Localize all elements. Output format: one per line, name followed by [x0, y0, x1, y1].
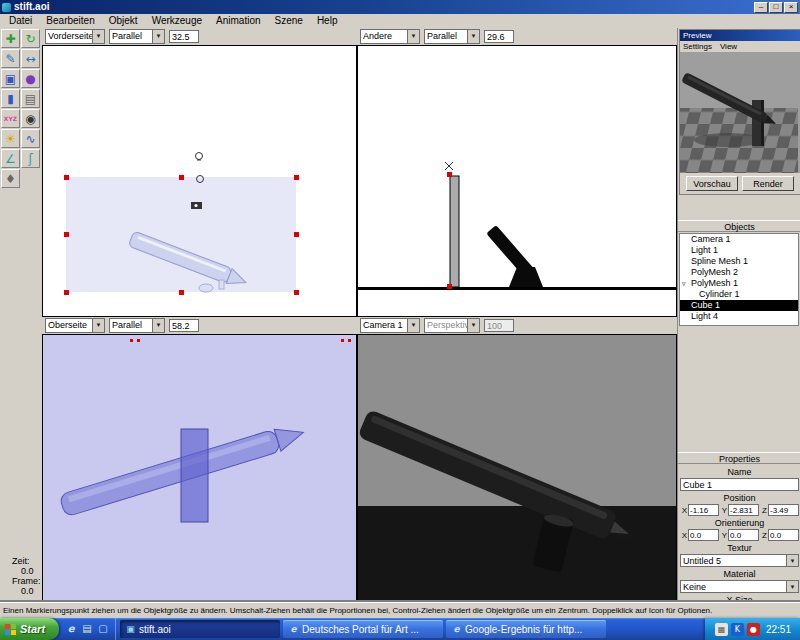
name-input[interactable]: [680, 478, 799, 491]
tray-app-icon-2[interactable]: K: [731, 623, 744, 636]
preview-menu-view[interactable]: View: [720, 41, 737, 52]
task-google-ergebnis[interactable]: e Google-Ergebnis für http...: [446, 620, 606, 638]
preview-titlebar[interactable]: Preview: [680, 30, 800, 41]
selection-box: [66, 177, 296, 292]
application-icon[interactable]: ▤: [80, 622, 94, 636]
chevron-down-icon[interactable]: ▼: [92, 30, 104, 43]
position-x-input[interactable]: [688, 504, 719, 516]
position-y-input[interactable]: [728, 504, 759, 516]
ground-line: [358, 287, 676, 290]
x-axis-label: X: [680, 531, 687, 540]
view-select-top-right[interactable]: Andere ▼: [360, 29, 420, 44]
orientation-z-input[interactable]: [768, 529, 799, 541]
chevron-down-icon[interactable]: ▼: [152, 319, 164, 332]
preview-buttons: Vorschau Render: [680, 173, 800, 194]
angle-tool[interactable]: ∠: [1, 149, 20, 168]
position-z-input[interactable]: [768, 504, 799, 516]
light-null-icon[interactable]: [196, 153, 203, 161]
task-stift-aoi[interactable]: ▣ stift.aoi: [120, 620, 280, 638]
chevron-down-icon[interactable]: ▼: [152, 30, 164, 43]
viewport-camera[interactable]: [357, 334, 677, 602]
create-camera-tool[interactable]: ◉: [21, 109, 40, 128]
sphere-object[interactable]: [199, 284, 213, 292]
projection-select-value: Parallel: [425, 30, 467, 43]
scale-tool[interactable]: ↔: [21, 49, 40, 68]
object-item-spline-mesh-1[interactable]: Spline Mesh 1: [680, 256, 798, 267]
orientation-x-input[interactable]: [688, 529, 719, 541]
cube-object-side[interactable]: [450, 176, 459, 287]
coordinate-axes-tool[interactable]: XYZ: [1, 109, 20, 128]
minimize-button[interactable]: –: [754, 2, 768, 13]
camera-null-icon[interactable]: [191, 202, 202, 209]
view-select-value: Andere: [361, 30, 407, 43]
create-cylinder-tool[interactable]: ▮: [1, 89, 20, 108]
internet-explorer-icon[interactable]: e: [64, 622, 78, 636]
menu-animation[interactable]: Animation: [209, 14, 267, 28]
material-select[interactable]: Keine ▼: [680, 580, 799, 593]
create-stack-tool[interactable]: ▤: [21, 89, 40, 108]
texture-select[interactable]: Untitled 5 ▼: [680, 554, 799, 567]
object-item-camera-1[interactable]: Camera 1: [680, 234, 798, 245]
cylinder-object-side[interactable]: [509, 267, 543, 287]
object-item-cube-1-selected[interactable]: Cube 1: [680, 300, 798, 311]
menu-szene[interactable]: Szene: [268, 14, 310, 28]
edit-points-tool[interactable]: ✎: [1, 49, 20, 68]
chevron-down-icon[interactable]: ▼: [786, 555, 798, 566]
scale-input-top-right[interactable]: [484, 30, 514, 43]
object-item-cylinder-1[interactable]: Cylinder 1: [680, 289, 798, 300]
chevron-down-icon[interactable]: ▼: [467, 30, 479, 43]
view-select-bottom-right[interactable]: Camera 1 ▼: [360, 318, 420, 333]
menu-help[interactable]: Help: [310, 14, 345, 28]
create-cube-tool[interactable]: ▣: [1, 69, 20, 88]
chevron-down-icon[interactable]: ▼: [786, 581, 798, 592]
view-select-top-left[interactable]: Vorderseite ▼: [45, 29, 105, 44]
chevron-down-icon[interactable]: ▼: [407, 319, 419, 332]
preview-menu-settings[interactable]: Settings: [683, 41, 712, 52]
taskbar: Start e ▤ ▢ ▣ stift.aoi e Deutsches Port…: [0, 618, 800, 640]
viewport-side[interactable]: [357, 45, 677, 317]
small-object[interactable]: [219, 280, 224, 289]
tray-app-icon-1[interactable]: ▦: [715, 623, 728, 636]
scale-input-top-left[interactable]: [169, 30, 199, 43]
show-desktop-icon[interactable]: ▢: [96, 622, 110, 636]
pin-tool[interactable]: ♦: [1, 169, 20, 188]
rotate-tool[interactable]: ↻: [21, 29, 40, 48]
taskbar-clock[interactable]: 22:51: [766, 624, 791, 635]
menu-werkzeuge[interactable]: Werkzeuge: [145, 14, 209, 28]
z-axis-label: Z: [760, 531, 767, 540]
start-button[interactable]: Start: [0, 618, 59, 640]
tray-app-icon-3[interactable]: ●: [747, 623, 760, 636]
projection-select-top-right[interactable]: Parallel ▼: [424, 29, 480, 44]
object-item-polymesh-1[interactable]: ▿PolyMesh 1: [680, 278, 798, 289]
tool-palette: ✚ ↻ ✎ ↔ ▣ ● ▮ ▤ XYZ ◉ ☀ ∿ ∠ ʃ ♦ Zeit: 0.…: [0, 28, 42, 602]
object-item-light-1[interactable]: Light 1: [680, 245, 798, 256]
create-sphere-tool[interactable]: ●: [21, 69, 40, 88]
projection-select-top-left[interactable]: Parallel ▼: [109, 29, 165, 44]
cube-object-top[interactable]: [181, 429, 208, 522]
menu-objekt[interactable]: Objekt: [102, 14, 145, 28]
object-item-light-4[interactable]: Light 4: [680, 311, 798, 322]
move-tool[interactable]: ✚: [1, 29, 20, 48]
chevron-down-icon[interactable]: ▼: [92, 319, 104, 332]
create-light-tool[interactable]: ☀: [1, 129, 20, 148]
maximize-button[interactable]: □: [769, 2, 783, 13]
chevron-down-icon[interactable]: ▼: [407, 30, 419, 43]
vorschau-button[interactable]: Vorschau: [686, 176, 738, 191]
render-button[interactable]: Render: [742, 176, 794, 191]
close-button[interactable]: ×: [784, 2, 798, 13]
titlebar[interactable]: stift.aoi – □ ×: [0, 0, 800, 14]
orientation-y-input[interactable]: [728, 529, 759, 541]
create-curve-tool[interactable]: ∿: [21, 129, 40, 148]
scale-input-bottom-left[interactable]: [169, 319, 199, 332]
create-spline-tool[interactable]: ʃ: [21, 149, 40, 168]
menu-bearbeiten[interactable]: Bearbeiten: [39, 14, 101, 28]
menu-datei[interactable]: Datei: [2, 14, 39, 28]
viewport-top[interactable]: [42, 334, 357, 602]
object-item-polymesh-2[interactable]: PolyMesh 2: [680, 267, 798, 278]
viewport-front[interactable]: [42, 45, 357, 317]
task-deutsches-portal[interactable]: e Deutsches Portal für Art ...: [283, 620, 443, 638]
projection-select-bottom-left[interactable]: Parallel ▼: [109, 318, 165, 333]
expand-triangle-icon[interactable]: ▿: [682, 278, 686, 289]
view-select-bottom-left[interactable]: Oberseite ▼: [45, 318, 105, 333]
selection-handles[interactable]: [130, 339, 351, 342]
